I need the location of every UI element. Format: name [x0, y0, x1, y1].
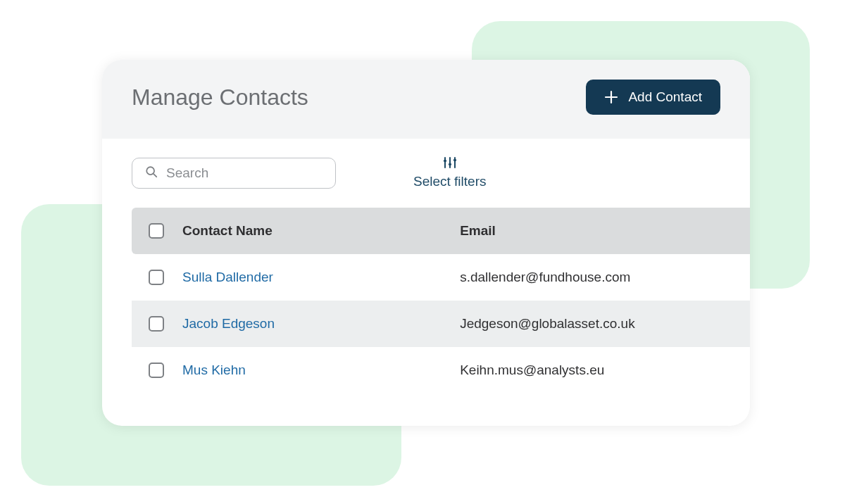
add-contact-label: Add Contact — [628, 89, 702, 105]
svg-rect-2 — [449, 163, 451, 165]
card-header: Manage Contacts Add Contact — [102, 60, 750, 139]
svg-point-0 — [146, 167, 154, 175]
add-contact-button[interactable]: Add Contact — [586, 80, 720, 115]
search-field-wrap[interactable] — [132, 158, 336, 189]
search-icon — [145, 165, 158, 181]
toolbar: Select filters — [102, 139, 750, 208]
table-header-row: Contact Name Email — [132, 208, 750, 254]
sliders-icon — [443, 157, 457, 171]
svg-rect-3 — [453, 159, 456, 161]
search-input[interactable] — [166, 165, 323, 181]
column-header-email: Email — [458, 223, 750, 239]
column-header-name: Contact Name — [181, 223, 458, 239]
table-row: Mus Kiehn Keihn.mus@analysts.eu — [132, 347, 750, 393]
plus-icon — [604, 90, 618, 104]
contact-name-link[interactable]: Sulla Dallender — [182, 270, 273, 284]
row-checkbox[interactable] — [149, 316, 164, 332]
contact-name-link[interactable]: Jacob Edgeson — [182, 316, 275, 331]
row-checkbox[interactable] — [149, 363, 164, 378]
select-filters-label: Select filters — [413, 174, 486, 189]
contact-email: Jedgeson@globalasset.co.uk — [458, 316, 750, 332]
contacts-table: Contact Name Email Sulla Dallender s.dal… — [102, 208, 750, 426]
svg-rect-1 — [444, 160, 446, 162]
contact-name-link[interactable]: Mus Kiehn — [182, 363, 246, 377]
page-title: Manage Contacts — [132, 84, 308, 111]
contact-email: Keihn.mus@analysts.eu — [458, 363, 750, 378]
select-all-checkbox[interactable] — [149, 223, 164, 239]
table-row: Sulla Dallender s.dallender@fundhouse.co… — [132, 254, 750, 301]
select-filters-button[interactable]: Select filters — [413, 157, 486, 189]
contact-email: s.dallender@fundhouse.com — [458, 270, 750, 285]
contacts-card: Manage Contacts Add Contact — [102, 60, 750, 426]
row-checkbox[interactable] — [149, 270, 164, 285]
table-row: Jacob Edgeson Jedgeson@globalasset.co.uk — [132, 301, 750, 347]
